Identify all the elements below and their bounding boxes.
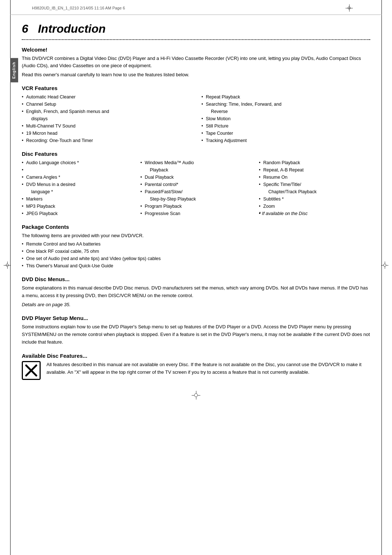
dvd-player-setup-text: Some instructions explain how to use the… — [22, 323, 370, 346]
disc-features-col1: Audio Language choices * Camera Angles *… — [22, 159, 133, 217]
list-item: Specific Time/Title/Chapter/Track Playba… — [259, 181, 370, 195]
package-list: Remote Control and two AA batteries One … — [22, 240, 370, 270]
list-item: Parental control* — [140, 181, 252, 188]
main-content: 6 Introduction Welcome! This DVD/VCR com… — [22, 15, 370, 401]
disc-features-col3: Random Playback Repeat, A-B Repeat Resum… — [259, 159, 370, 217]
list-item: MP3 Playback — [22, 203, 133, 210]
page-border-left — [10, 0, 11, 555]
list-item: Random Playback — [259, 159, 370, 166]
list-item: Dual Playback — [140, 174, 252, 181]
list-item: Program Playback — [140, 203, 252, 210]
right-crosshair — [381, 262, 388, 270]
list-item: Resume On — [259, 174, 370, 181]
disc-features-col2: Windows Media™ AudioPlayback Dual Playba… — [140, 159, 252, 217]
list-item: Recording: One-Touch and Timer — [22, 137, 191, 144]
list-item: Still Picture — [201, 122, 370, 130]
dvd-disc-menus-section: DVD Disc Menus... Some explanations in t… — [22, 276, 370, 308]
disc-features-heading: Disc Features — [22, 151, 370, 157]
list-item: English, French, and Spanish menus anddi… — [22, 108, 191, 122]
vcr-features-grid: Automatic Head Cleaner Channel Setup Eng… — [22, 93, 370, 144]
list-item: * If available on the Disc — [259, 210, 370, 217]
available-disc-text: All features described in this manual ar… — [46, 361, 370, 376]
list-item: This Owner's Manual and Quick-Use Guide — [22, 262, 370, 270]
list-item: Searching: Time, Index, Forward, andReve… — [201, 101, 370, 115]
dvd-disc-menus-heading: DVD Disc Menus... — [22, 276, 370, 282]
list-item: Slow Motion — [201, 115, 370, 122]
page-title: 6 Introduction — [22, 22, 106, 36]
list-item: Zoom — [259, 203, 370, 210]
page-title-text: Introduction — [38, 22, 106, 35]
list-item: Automatic Head Cleaner — [22, 93, 191, 101]
english-tab: English — [10, 58, 18, 82]
left-crosshair — [4, 262, 11, 270]
vcr-features-heading: VCR Features — [22, 85, 370, 91]
page-number: 6 — [22, 22, 28, 35]
crosshair-circle — [348, 7, 351, 9]
available-disc-content: All features described in this manual ar… — [22, 361, 370, 380]
list-item: Markers — [22, 195, 133, 203]
available-disc-section: Available Disc Features... All features … — [22, 353, 370, 380]
dvd-player-setup-heading: DVD Player Setup Menu... — [22, 315, 370, 321]
vcr-features-section: VCR Features Automatic Head Cleaner Chan… — [22, 85, 370, 144]
list-item: Camera Angles * — [22, 174, 133, 181]
welcome-read-text: Read this owner's manual carefully to le… — [22, 71, 370, 78]
list-item: Windows Media™ AudioPlayback — [140, 159, 252, 174]
header-text: H9820UD_IB_EN_1_0210 2/14/05 11:16 AM Pa… — [32, 6, 125, 10]
x-svg — [25, 364, 38, 377]
list-item: Audio Language choices * — [22, 159, 133, 166]
list-item: JPEG Playback — [22, 210, 133, 217]
dvd-disc-menus-text: Some explanations in this manual describ… — [22, 284, 370, 300]
available-disc-heading: Available Disc Features... — [22, 353, 370, 359]
bottom-crosshair-icon — [192, 391, 200, 400]
list-item: Paused/Fast/Slow/Step-by-Step Playback — [140, 188, 252, 203]
package-contents-section: Package Contents The following items are… — [22, 224, 370, 270]
list-item — [22, 166, 133, 174]
list-item: Repeat, A-B Repeat — [259, 166, 370, 174]
list-item: Tracking Adjustment — [201, 137, 370, 144]
welcome-text: This DVD/VCR combines a Digital Video Di… — [22, 55, 370, 69]
page-header: H9820UD_IB_EN_1_0210 2/14/05 11:16 AM Pa… — [10, 0, 382, 15]
title-separator — [22, 39, 370, 40]
x-icon — [22, 361, 41, 380]
page-border-right — [381, 0, 382, 555]
disc-features-grid: Audio Language choices * Camera Angles *… — [22, 159, 370, 217]
list-item: DVD Menus in a desiredlanguage * — [22, 181, 133, 195]
list-item: Remote Control and two AA batteries — [22, 240, 370, 248]
dvd-disc-menus-italic: Details are on page 35. — [22, 301, 370, 309]
list-item: Multi-Channel TV Sound — [22, 122, 191, 130]
list-item: 19 Micron head — [22, 130, 191, 137]
list-item: One black RF coaxial cable, 75 ohm — [22, 248, 370, 255]
vcr-features-col2: Repeat Playback Searching: Time, Index, … — [201, 93, 370, 144]
dvd-player-setup-section: DVD Player Setup Menu... Some instructio… — [22, 315, 370, 346]
list-item: Progressive Scan — [140, 210, 252, 217]
package-intro: The following items are provided with yo… — [22, 232, 370, 239]
disc-features-section: Disc Features Audio Language choices * C… — [22, 151, 370, 217]
welcome-heading: Welcome! — [22, 46, 370, 53]
header-crosshair — [346, 4, 353, 12]
package-contents-heading: Package Contents — [22, 224, 370, 230]
list-item: Subtitles * — [259, 195, 370, 203]
list-item: Repeat Playback — [201, 93, 370, 101]
bottom-crosshair — [22, 391, 370, 401]
list-item: Tape Counter — [201, 130, 370, 137]
welcome-section: Welcome! This DVD/VCR combines a Digital… — [22, 46, 370, 78]
vcr-features-col1: Automatic Head Cleaner Channel Setup Eng… — [22, 93, 191, 144]
list-item: Channel Setup — [22, 101, 191, 108]
list-item: One set of Audio (red and white tips) an… — [22, 255, 370, 262]
